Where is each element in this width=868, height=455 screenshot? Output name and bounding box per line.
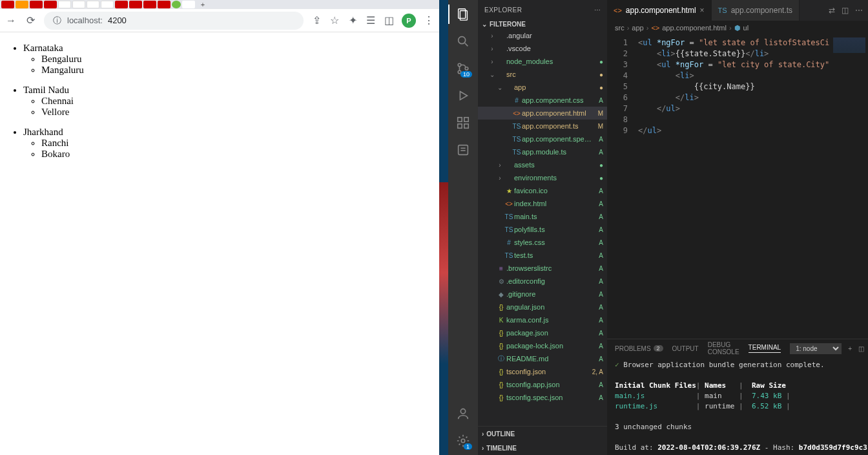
folder-src[interactable]: ⌄src● [478,68,607,81]
explorer-title: EXPLORER [484,6,522,14]
scm-badge: 10 [460,71,472,78]
editor[interactable]: 123456789 <ul *ngFor = "let state of lis… [607,35,868,339]
breadcrumb-item[interactable]: src [615,24,625,32]
file-app.component.html[interactable]: <>app.component.htmlM [478,107,607,120]
browser-tab[interactable] [129,1,142,8]
file-app.component.spec.ts[interactable]: TSapp.component.spec.tsA [478,132,607,145]
editor-tab[interactable]: TSapp.component.ts [712,0,800,21]
browser-tab[interactable] [72,1,85,8]
explorer-sidebar: EXPLORER ⋯ ⌄ FILTERONE ›.angular›.vscode… [478,0,607,455]
bottom-panel: PROBLEMS2 OUTPUT DEBUG CONSOLE TERMINAL … [607,339,868,455]
close-icon[interactable]: × [700,6,705,15]
file-tsconfig.json[interactable]: {}tsconfig.json2, A [478,365,607,378]
code-area[interactable]: <ul *ngFor = "let state of listofStatesC… [633,35,829,339]
browser-tab[interactable] [30,1,43,8]
browser-tab[interactable]: + [196,1,209,8]
file-tree[interactable]: ›.angular›.vscode›node_modules●⌄src●⌄app… [478,29,607,426]
browser-tab[interactable] [1,1,14,8]
folder-.vscode[interactable]: ›.vscode [478,42,607,55]
file-angular.json[interactable]: {}angular.jsonA [478,301,607,313]
activity-search[interactable] [455,34,471,49]
file-package-lock.json[interactable]: {}package-lock.jsonA [478,339,607,352]
activity-explorer[interactable] [455,6,471,22]
new-terminal-icon[interactable]: + [848,345,852,352]
browser-tab[interactable] [115,1,128,8]
activity-settings[interactable]: 1 [455,433,471,449]
file-favicon.ico[interactable]: ★favicon.icoA [478,184,607,197]
menu-icon[interactable]: ⋮ [424,16,434,26]
folder-.angular[interactable]: ›.angular [478,29,607,42]
profile-avatar[interactable]: P [402,14,416,28]
browser-tabstrip[interactable]: + [0,0,439,9]
project-header[interactable]: ⌄ FILTERONE [478,19,607,29]
file-app.component.ts[interactable]: TSapp.component.tsM [478,120,607,132]
browser-tab[interactable] [143,1,156,8]
file-polyfills.ts[interactable]: TSpolyfills.tsA [478,223,607,236]
more-icon[interactable]: ⋯ [855,6,863,15]
panel-tab-output[interactable]: OUTPUT [672,345,699,352]
activity-todo[interactable] [455,142,471,158]
file-.gitignore[interactable]: ◆.gitignoreA [478,288,607,301]
browser-tab[interactable] [182,1,195,8]
line-gutter: 123456789 [607,35,633,339]
panel-tab-debug[interactable]: DEBUG CONSOLE [708,341,739,355]
timeline-section[interactable]: ›TIMELINE [478,441,607,455]
activity-extensions[interactable] [455,115,471,131]
svg-point-6 [465,67,468,70]
address-bar[interactable]: ⓘ localhost:4200 [44,12,304,30]
activity-debug[interactable] [455,88,471,103]
reload-button[interactable]: ⟳ [25,15,36,26]
file-app.component.css[interactable]: #app.component.cssA [478,94,607,107]
file-styles.css[interactable]: #styles.cssA [478,236,607,249]
browser-tab[interactable] [172,1,181,8]
forward-button[interactable]: → [5,15,17,26]
browser-tab[interactable] [158,1,170,8]
extensions-icon[interactable]: ✦ [347,16,358,26]
compare-icon[interactable]: ⇄ [829,6,835,15]
file-.browserslistrc[interactable]: ≡.browserslistrcA [478,262,607,275]
file-test.ts[interactable]: TStest.tsA [478,249,607,262]
terminal-selector[interactable]: 1: node [790,343,842,354]
breadcrumb-item[interactable]: ul [743,24,749,32]
share-icon[interactable]: ⇪ [311,16,322,26]
activity-scm[interactable]: 10 [455,61,471,76]
file-README.md[interactable]: ⓘREADME.mdA [478,352,607,365]
states-list: KarnatakaBengaluruMangaluruTamil NaduChe… [5,43,434,160]
browser-tab[interactable] [101,1,114,8]
folder-node_modules[interactable]: ›node_modules● [478,55,607,68]
browser-tab[interactable] [58,1,71,8]
folder-app[interactable]: ⌄app● [478,81,607,94]
breadcrumb-item[interactable]: app [632,24,643,32]
explorer-more-icon[interactable]: ⋯ [594,6,601,14]
panel-tab-terminal[interactable]: TERMINAL [749,344,781,353]
browser-tab[interactable] [87,1,99,8]
file-app.module.ts[interactable]: TSapp.module.tsA [478,145,607,158]
folder-environments[interactable]: ›environments● [478,171,607,184]
file-karma.conf.js[interactable]: Kkarma.conf.jsA [478,313,607,326]
editor-tab[interactable]: <>app.component.html× [607,0,712,21]
folder-assets[interactable]: ›assets● [478,158,607,171]
editor-tabs: <>app.component.html×TSapp.component.ts … [607,0,868,21]
terminal[interactable]: ✓ Browser application bundle generation … [607,357,868,455]
file-package.json[interactable]: {}package.jsonA [478,326,607,339]
panel-tab-problems[interactable]: PROBLEMS2 [615,345,663,352]
file-main.ts[interactable]: TSmain.tsA [478,210,607,223]
split-terminal-icon[interactable]: ◫ [858,345,864,352]
state-item: KarnatakaBengaluruMangaluru [23,43,434,76]
split-icon[interactable]: ◫ [842,6,849,15]
breadcrumb-item[interactable]: app.component.html [662,24,727,32]
side-panel-icon[interactable]: ◫ [384,16,394,26]
reading-list-icon[interactable]: ☰ [366,16,376,26]
minimap[interactable] [829,35,868,339]
bookmark-icon[interactable]: ☆ [329,16,340,26]
browser-tab[interactable] [44,1,57,8]
breadcrumbs[interactable]: src›app›<> app.component.html›⬢ ul [607,21,868,35]
file-.editorconfig[interactable]: ⚙.editorconfigA [478,275,607,288]
site-info-icon[interactable]: ⓘ [52,16,62,26]
browser-tab[interactable] [16,1,28,8]
file-tsconfig.app.json[interactable]: {}tsconfig.app.jsonA [478,378,607,391]
activity-account[interactable] [455,406,471,421]
file-index.html[interactable]: <>index.htmlA [478,197,607,210]
outline-section[interactable]: ›OUTLINE [478,427,607,441]
file-tsconfig.spec.json[interactable]: {}tsconfig.spec.jsonA [478,391,607,404]
